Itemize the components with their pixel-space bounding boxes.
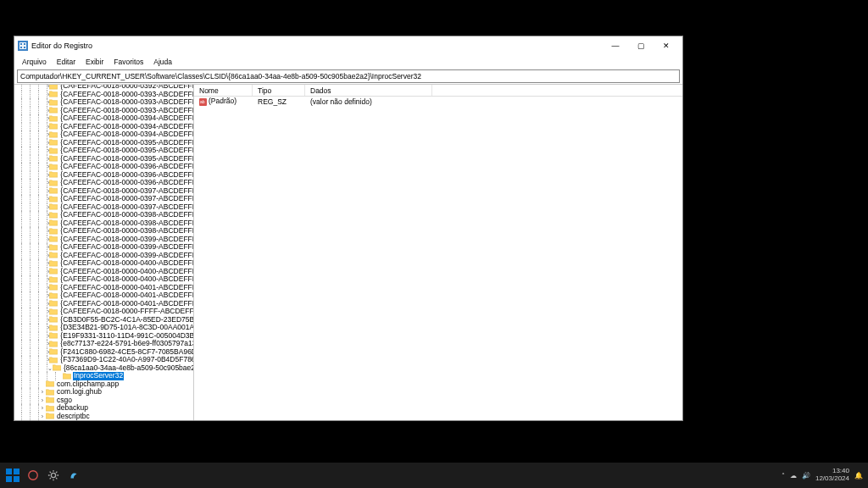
cell-data: (valor não definido) <box>305 97 432 106</box>
folder-icon <box>49 219 58 226</box>
tree-panel[interactable]: ›{CAFEEFAC-0018-0000-0392-ABCDEFFEDCBC}›… <box>14 85 194 420</box>
folder-icon <box>46 380 54 387</box>
folder-icon <box>46 389 54 396</box>
address-bar[interactable]: Computador\HKEY_CURRENT_USER\Software\Cl… <box>17 69 680 83</box>
folder-icon <box>49 164 58 170</box>
maximize-button[interactable]: ▢ <box>628 38 654 53</box>
folder-icon <box>49 155 58 162</box>
regedit-window: Editor do Registro — ▢ ✕ ArquivoEditarEx… <box>14 36 683 421</box>
menu-editar[interactable]: Editar <box>52 57 81 67</box>
folder-icon <box>46 405 54 412</box>
column-header[interactable]: Nome <box>194 85 253 96</box>
tree-expander-icon[interactable]: › <box>39 388 46 396</box>
tray-volume-icon[interactable]: 🔊 <box>802 472 810 480</box>
folder-icon <box>53 364 61 371</box>
reg-string-icon <box>199 98 207 106</box>
list-body: (Padrão)REG_SZ(valor não definido) <box>194 97 682 106</box>
tray-chevron-icon[interactable]: ˄ <box>782 472 785 480</box>
menu-favoritos[interactable]: Favoritos <box>108 57 148 67</box>
folder-icon <box>49 180 58 186</box>
clock-date: 12/03/2024 <box>815 475 849 483</box>
svg-rect-8 <box>14 476 19 482</box>
list-row[interactable]: (Padrão)REG_SZ(valor não definido) <box>194 97 682 106</box>
cell-name: (Padrão) <box>194 97 253 105</box>
folder-icon <box>49 236 58 242</box>
folder-icon <box>49 260 58 267</box>
start-button[interactable] <box>5 468 20 483</box>
svg-rect-2 <box>24 43 25 45</box>
list-header: NomeTipoDados <box>194 85 682 97</box>
close-button[interactable]: ✕ <box>654 38 679 53</box>
folder-icon <box>49 300 58 307</box>
tree-list: ›{CAFEEFAC-0018-0000-0392-ABCDEFFEDCBC}›… <box>14 85 193 420</box>
svg-rect-1 <box>20 43 22 45</box>
svg-rect-4 <box>24 47 25 48</box>
svg-rect-5 <box>6 469 12 474</box>
tree-item[interactable]: ›descriptbc <box>14 413 193 421</box>
titlebar[interactable]: Editor do Registro — ▢ ✕ <box>14 36 682 55</box>
column-header[interactable]: Dados <box>305 85 432 96</box>
folder-icon <box>49 332 58 339</box>
folder-icon <box>49 171 58 178</box>
tree-expander-icon[interactable]: › <box>39 396 46 405</box>
folder-icon <box>49 85 58 90</box>
tree-item[interactable]: com.clipchamp.app <box>14 380 193 389</box>
tree-item[interactable]: ›debackup <box>14 404 193 413</box>
folder-icon <box>49 292 58 299</box>
folder-icon <box>49 252 58 258</box>
menu-ajuda[interactable]: Ajuda <box>148 57 177 67</box>
folder-icon <box>49 276 58 283</box>
taskbar-app-settings[interactable] <box>46 468 61 483</box>
folder-icon <box>49 228 58 235</box>
content-area: ›{CAFEEFAC-0018-0000-0392-ABCDEFFEDCBC}›… <box>14 84 682 420</box>
folder-icon <box>49 107 58 114</box>
notification-icon[interactable]: 🔔 <box>854 472 863 480</box>
folder-icon <box>49 123 58 130</box>
folder-icon <box>49 131 58 138</box>
folder-icon <box>49 99 58 106</box>
folder-icon <box>49 284 58 291</box>
minimize-button[interactable]: — <box>603 38 628 53</box>
taskbar: ˄ ☁ 🔊 13:40 12/03/2024 🔔 <box>0 463 868 488</box>
folder-icon <box>49 268 58 274</box>
cell-type: REG_SZ <box>253 97 305 106</box>
folder-icon <box>49 91 58 97</box>
folder-icon <box>49 324 58 331</box>
folder-icon <box>49 139 58 146</box>
address-text: Computador\HKEY_CURRENT_USER\Software\Cl… <box>20 72 421 80</box>
folder-icon <box>49 348 58 355</box>
taskbar-app-1[interactable] <box>25 468 41 483</box>
folder-icon <box>49 308 58 315</box>
folder-icon <box>49 187 58 194</box>
svg-rect-6 <box>14 469 19 474</box>
folder-icon <box>49 244 58 251</box>
app-icon <box>18 41 28 51</box>
tree-expander-icon[interactable]: › <box>39 413 46 421</box>
svg-rect-7 <box>6 476 12 482</box>
folder-icon <box>49 196 58 202</box>
taskbar-app-3[interactable] <box>66 468 81 483</box>
folder-icon <box>63 373 71 380</box>
folder-icon <box>49 147 58 154</box>
list-panel[interactable]: NomeTipoDados (Padrão)REG_SZ(valor não d… <box>194 85 682 420</box>
menu-arquivo[interactable]: Arquivo <box>17 57 52 67</box>
svg-point-9 <box>29 471 38 480</box>
tree-item[interactable]: ›csgo <box>14 396 193 405</box>
folder-icon <box>49 203 58 210</box>
tree-expander-icon[interactable]: › <box>39 404 46 413</box>
taskbar-clock[interactable]: 13:40 12/03/2024 <box>815 468 849 483</box>
folder-icon <box>49 316 58 323</box>
folder-icon <box>46 413 54 419</box>
tree-item[interactable]: ›com.logi.ghub <box>14 388 193 396</box>
column-header[interactable]: Tipo <box>253 85 305 96</box>
menu-exibir[interactable]: Exibir <box>81 57 108 67</box>
folder-icon <box>49 341 58 347</box>
folder-icon <box>46 396 54 403</box>
svg-point-10 <box>51 473 55 477</box>
folder-icon <box>49 212 58 219</box>
folder-icon <box>49 115 58 122</box>
tree-item-label: descriptbc <box>56 413 91 421</box>
menubar: ArquivoEditarExibirFavoritosAjuda <box>14 55 682 69</box>
folder-icon <box>49 357 58 363</box>
tray-cloud-icon[interactable]: ☁ <box>790 472 797 480</box>
